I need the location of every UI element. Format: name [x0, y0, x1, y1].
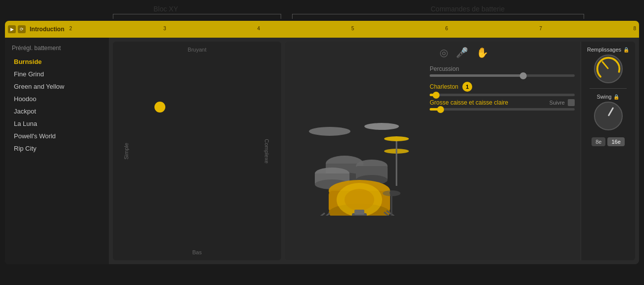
snare-icon[interactable]: ◎ — [440, 47, 448, 58]
drum-kit — [285, 42, 424, 260]
play-button[interactable]: ▶ — [8, 25, 16, 33]
content-area: Prérégl. battement Burnside Fine Grind G… — [5, 38, 639, 264]
drum-icons-row: ◎ 🎤 ✋ — [430, 47, 575, 58]
sidebar-item-rip-city[interactable]: Rip City — [7, 142, 107, 155]
ruler-mark-5: 5 — [351, 26, 354, 31]
ruler: 2 3 4 5 6 7 8 — [69, 26, 636, 33]
timeline: ▶ ⟳ Introduction 2 3 4 5 6 7 8 — [5, 21, 639, 38]
bloc-xy-label: Bloc XY — [153, 5, 178, 13]
main-ui: ▶ ⟳ Introduction 2 3 4 5 6 7 8 Prérégl. … — [5, 21, 639, 264]
ruler-mark-6: 6 — [446, 26, 448, 31]
svg-rect-20 — [354, 210, 364, 215]
ruler-marks: 2 3 4 5 6 7 8 — [69, 26, 636, 31]
suivre-label: Suivre — [549, 100, 565, 106]
sidebar-item-la-luna[interactable]: La Luna — [7, 117, 107, 130]
suivre-checkbox[interactable] — [568, 99, 575, 106]
note-8e-button[interactable]: 8e — [592, 137, 605, 146]
sidebar-item-green-yellow[interactable]: Green and Yellow — [7, 80, 107, 93]
percussion-section: Percussion — [430, 65, 575, 77]
grosse-caisse-label: Grosse caisse et caisse claire — [430, 99, 546, 106]
grosse-caisse-slider[interactable] — [430, 108, 575, 111]
charleston-section: Charleston 1 — [430, 82, 575, 96]
grosse-caisse-section: Grosse caisse et caisse claire Suivre — [430, 101, 575, 111]
sidebar-item-powells-world[interactable]: Powell's World — [7, 130, 107, 142]
swing-label-row: Swing 🔒 — [597, 94, 620, 100]
svg-point-0 — [309, 127, 350, 136]
sidebar: Prérégl. battement Burnside Fine Grind G… — [5, 38, 109, 264]
ruler-mark-3: 3 — [163, 26, 166, 31]
right-panel: Remplissages 🔒 Swing 🔒 — [581, 42, 635, 260]
bracket-cmd — [292, 14, 584, 19]
sidebar-item-jackpot[interactable]: Jackpot — [7, 105, 107, 117]
sidebar-header: Prérégl. battement — [5, 43, 109, 56]
commandes-batterie-label: Commandes de batterie — [431, 5, 504, 13]
sidebar-item-burnside[interactable]: Burnside — [7, 56, 107, 68]
remplissages-label-row: Remplissages 🔒 — [587, 47, 629, 53]
percussion-slider[interactable] — [430, 74, 575, 77]
ruler-mark-2: 2 — [69, 26, 72, 31]
remplissages-section: Remplissages 🔒 — [585, 47, 631, 83]
svg-point-25 — [383, 190, 400, 196]
controls-panel: ◎ 🎤 ✋ Percussion Charleston 1 — [424, 42, 581, 260]
sidebar-item-hoodoo[interactable]: Hoodoo — [7, 93, 107, 105]
suivre-row: Grosse caisse et caisse claire Suivre — [430, 99, 575, 106]
swing-label: Swing — [597, 94, 612, 100]
ruler-mark-7: 7 — [540, 26, 543, 31]
swing-section: Swing 🔒 — [585, 94, 631, 130]
remplissages-lock-icon[interactable]: 🔒 — [623, 47, 629, 53]
ruler-mark-8: 8 — [633, 26, 636, 31]
mic-icon[interactable]: 🎤 — [456, 47, 468, 58]
svg-point-2 — [384, 136, 409, 141]
swing-lock-icon[interactable]: 🔒 — [613, 94, 619, 100]
swing-indicator — [607, 107, 614, 116]
divider-1 — [590, 88, 626, 89]
charleston-row: Charleston 1 — [430, 82, 575, 92]
note-buttons: 8e 16e — [592, 137, 625, 146]
remplissages-label: Remplissages — [587, 47, 621, 53]
xy-dot[interactable] — [154, 102, 165, 113]
charleston-slider[interactable] — [430, 94, 575, 96]
charleston-label: Charleston — [430, 83, 458, 90]
svg-line-21 — [315, 213, 325, 216]
xy-label-simple: Simple — [123, 143, 129, 160]
percussion-label: Percussion — [430, 65, 575, 72]
ruler-mark-4: 4 — [257, 26, 260, 31]
drum-area: ◎ 🎤 ✋ Percussion Charleston 1 — [285, 42, 635, 260]
drum-svg — [290, 87, 419, 216]
remplissages-knob[interactable] — [594, 55, 623, 83]
loop-button[interactable]: ⟳ — [18, 25, 26, 33]
xy-label-complexe: Complexe — [264, 139, 270, 164]
sidebar-item-fine-grind[interactable]: Fine Grind — [7, 68, 107, 80]
xy-label-bruyant: Bruyant — [188, 47, 206, 53]
charleston-badge: 1 — [462, 82, 472, 92]
xy-block[interactable]: Bruyant Bas Simple Complexe — [113, 42, 281, 260]
xy-label-bas: Bas — [193, 249, 202, 255]
bracket-xy — [113, 14, 281, 19]
timeline-controls: ▶ ⟳ — [8, 25, 26, 33]
svg-point-1 — [364, 123, 399, 130]
timeline-title: Introduction — [30, 26, 64, 33]
hand-icon[interactable]: ✋ — [476, 47, 489, 58]
note-16e-button[interactable]: 16e — [607, 137, 624, 146]
swing-knob[interactable] — [594, 102, 623, 130]
svg-point-18 — [345, 189, 374, 211]
